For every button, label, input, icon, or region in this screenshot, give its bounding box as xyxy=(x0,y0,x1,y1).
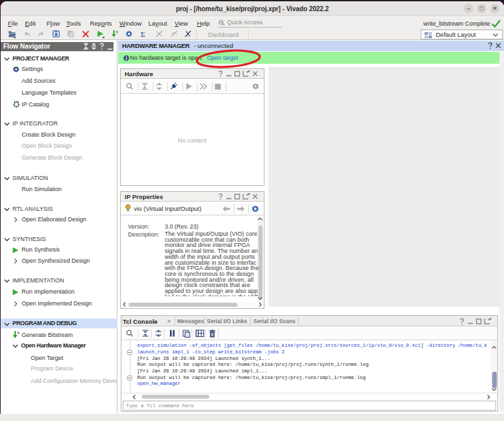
svg-text:Σ: Σ xyxy=(140,30,145,37)
